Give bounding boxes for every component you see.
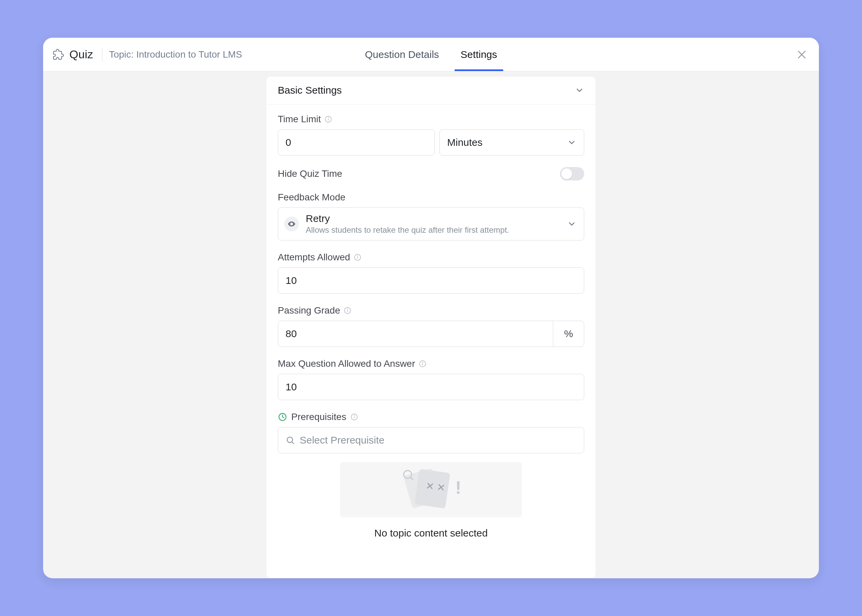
modal-header: Quiz Topic: Introduction to Tutor LMS Qu… bbox=[43, 38, 819, 71]
feedback-left: Retry Allows students to retake the quiz… bbox=[284, 212, 509, 236]
passing-grade-label-row: Passing Grade bbox=[278, 305, 584, 316]
topic-prefix: Topic: bbox=[109, 49, 137, 60]
time-limit-label-row: Time Limit bbox=[278, 114, 584, 125]
hide-quiz-time-row: Hide Quiz Time bbox=[278, 167, 584, 181]
chevron-down-icon bbox=[575, 86, 584, 95]
passing-grade-label: Passing Grade bbox=[278, 305, 340, 316]
clock-icon bbox=[278, 412, 287, 422]
toggle-knob bbox=[561, 168, 572, 179]
feedback-desc: Allows students to retake the quiz after… bbox=[306, 225, 509, 236]
attempts-allowed-label: Attempts Allowed bbox=[278, 252, 350, 263]
info-icon[interactable] bbox=[350, 413, 358, 421]
svg-point-21 bbox=[404, 470, 411, 478]
info-icon[interactable] bbox=[353, 253, 362, 261]
svg-point-14 bbox=[422, 362, 422, 363]
topic-text: Topic: Introduction to Tutor LMS bbox=[109, 49, 242, 60]
magnifier-icon bbox=[402, 469, 416, 482]
puzzle-icon bbox=[53, 49, 64, 60]
svg-point-18 bbox=[354, 416, 355, 416]
svg-point-11 bbox=[347, 309, 348, 310]
feedback-title: Retry bbox=[306, 212, 509, 225]
time-limit-label: Time Limit bbox=[278, 114, 321, 125]
max-questions-group: Max Question Allowed to Answer 10 bbox=[278, 358, 584, 400]
chevron-down-icon bbox=[567, 138, 576, 147]
attempts-label-row: Attempts Allowed bbox=[278, 252, 584, 263]
tab-settings[interactable]: Settings bbox=[461, 38, 497, 71]
svg-line-22 bbox=[410, 477, 413, 480]
basic-settings-header[interactable]: Basic Settings bbox=[266, 77, 596, 104]
search-icon bbox=[286, 435, 295, 445]
info-icon[interactable] bbox=[324, 115, 332, 123]
attempts-group: Attempts Allowed 10 bbox=[278, 252, 584, 294]
feedback-label-row: Feedback Mode bbox=[278, 192, 584, 203]
quiz-settings-modal: Quiz Topic: Introduction to Tutor LMS Qu… bbox=[43, 38, 819, 578]
feedback-mode-label: Feedback Mode bbox=[278, 192, 345, 203]
passing-grade-unit: % bbox=[553, 321, 584, 347]
settings-body: Time Limit 0 Minutes Hid bbox=[266, 104, 596, 539]
close-icon[interactable] bbox=[796, 49, 807, 60]
empty-illustration: ✕ ✕ ! bbox=[401, 470, 461, 510]
passing-grade-group: Passing Grade 80 % bbox=[278, 305, 584, 347]
svg-point-4 bbox=[328, 118, 329, 118]
hide-quiz-time-toggle[interactable] bbox=[560, 167, 584, 181]
basic-settings-title: Basic Settings bbox=[278, 85, 342, 96]
header-divider bbox=[102, 48, 102, 61]
max-questions-input[interactable]: 10 bbox=[278, 374, 584, 400]
tabs: Question Details Settings bbox=[365, 38, 497, 71]
settings-card: Basic Settings Time Limit 0 Minutes bbox=[266, 76, 596, 578]
info-icon[interactable] bbox=[344, 306, 352, 314]
svg-line-20 bbox=[292, 442, 294, 444]
empty-state-text: No topic content selected bbox=[278, 527, 584, 539]
svg-point-5 bbox=[291, 223, 292, 225]
time-limit-row: 0 Minutes bbox=[278, 129, 584, 156]
time-limit-input[interactable]: 0 bbox=[278, 129, 435, 156]
prerequisites-placeholder: Select Prerequisite bbox=[300, 434, 385, 446]
svg-point-8 bbox=[357, 256, 358, 256]
tab-question-details[interactable]: Question Details bbox=[365, 38, 439, 71]
topic-name: Introduction to Tutor LMS bbox=[137, 49, 242, 60]
max-questions-label: Max Question Allowed to Answer bbox=[278, 358, 415, 369]
prerequisites-label: Prerequisites bbox=[291, 412, 346, 422]
empty-state-box: ✕ ✕ ! bbox=[340, 462, 522, 517]
feedback-mode-select[interactable]: Retry Allows students to retake the quiz… bbox=[278, 207, 584, 240]
eye-icon bbox=[287, 220, 296, 228]
content-area: Basic Settings Time Limit 0 Minutes bbox=[43, 71, 819, 578]
prerequisites-select[interactable]: Select Prerequisite bbox=[278, 427, 584, 453]
chevron-down-icon bbox=[567, 219, 576, 229]
prerequisites-label-row: Prerequisites bbox=[278, 412, 584, 422]
feedback-text: Retry Allows students to retake the quiz… bbox=[306, 212, 509, 236]
header-left: Quiz Topic: Introduction to Tutor LMS bbox=[53, 48, 242, 61]
passing-grade-row: 80 % bbox=[278, 321, 584, 347]
time-limit-unit-select[interactable]: Minutes bbox=[440, 129, 584, 156]
hide-quiz-time-label: Hide Quiz Time bbox=[278, 168, 342, 179]
max-questions-label-row: Max Question Allowed to Answer bbox=[278, 358, 584, 369]
exclamation-icon: ! bbox=[455, 477, 461, 498]
time-limit-unit: Minutes bbox=[447, 137, 482, 148]
info-icon[interactable] bbox=[419, 360, 427, 368]
quiz-title: Quiz bbox=[69, 48, 93, 61]
eye-icon-wrap bbox=[284, 217, 299, 231]
passing-grade-input[interactable]: 80 bbox=[278, 321, 553, 347]
attempts-allowed-input[interactable]: 10 bbox=[278, 267, 584, 294]
